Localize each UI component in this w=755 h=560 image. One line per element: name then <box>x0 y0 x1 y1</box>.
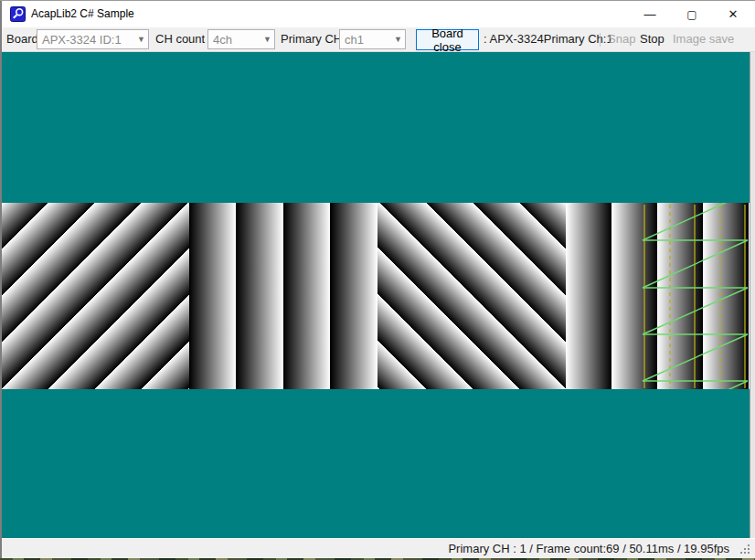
maximize-icon: ▢ <box>686 8 697 21</box>
resize-grip[interactable] <box>739 543 751 555</box>
window-top-edge <box>0 0 755 1</box>
minimize-icon: — <box>644 7 656 21</box>
board-label: Board <box>6 27 38 51</box>
test-pattern-vertical-ramp-1 <box>189 203 378 389</box>
ch-count-label: CH count <box>155 27 205 51</box>
captured-frame <box>2 203 750 389</box>
chevron-down-icon: ▼ <box>391 35 405 44</box>
app-icon <box>10 6 26 22</box>
titlebar: AcapLib2 C# Sample — ▢ ✕ <box>0 1 755 27</box>
board-combobox-value: APX-3324 ID:1 <box>37 33 134 47</box>
primary-ch-label: Primary CH <box>281 27 342 51</box>
test-pattern-diagonal-left <box>2 203 189 389</box>
chevron-down-icon: ▼ <box>134 35 148 44</box>
maximize-button[interactable]: ▢ <box>671 1 713 27</box>
window-title: AcapLib2 C# Sample <box>31 1 134 27</box>
chevron-down-icon: ▼ <box>261 35 274 44</box>
toolbar: Board APX-3324 ID:1 ▼ CH count 4ch ▼ Pri… <box>0 27 755 52</box>
frame-status-text: Primary CH : 1 / Frame count:69 / 50.11m… <box>448 539 729 558</box>
viewer-canvas <box>0 52 755 538</box>
primary-ch-combobox-value: ch1 <box>340 33 391 47</box>
app-window: AcapLib2 C# Sample — ▢ ✕ Board APX-3324 … <box>0 0 755 560</box>
minimize-button[interactable]: — <box>629 1 671 27</box>
board-close-button[interactable]: Board close <box>416 29 479 50</box>
menu-item-stop[interactable]: Stop <box>640 27 665 51</box>
menu-item-image-save[interactable]: Image save <box>673 27 734 51</box>
primary-ch-combobox[interactable]: ch1 ▼ <box>339 29 406 49</box>
waveform-overlay <box>640 203 750 389</box>
window-left-edge <box>0 0 2 558</box>
window-right-edge <box>750 52 755 538</box>
toolbar-separator <box>600 33 601 47</box>
connection-status-text: : APX-3324Primary Ch:1 <box>484 27 613 51</box>
menu-item-snap[interactable]: Snap <box>608 27 635 51</box>
ch-count-combobox-value: 4ch <box>208 33 261 47</box>
statusbar: Primary CH : 1 / Frame count:69 / 50.11m… <box>0 538 755 558</box>
close-button[interactable]: ✕ <box>712 1 754 27</box>
close-icon: ✕ <box>728 7 739 21</box>
test-pattern-diagonal-right <box>378 203 566 389</box>
board-combobox[interactable]: APX-3324 ID:1 ▼ <box>37 29 149 49</box>
ch-count-combobox[interactable]: 4ch ▼ <box>207 29 275 49</box>
